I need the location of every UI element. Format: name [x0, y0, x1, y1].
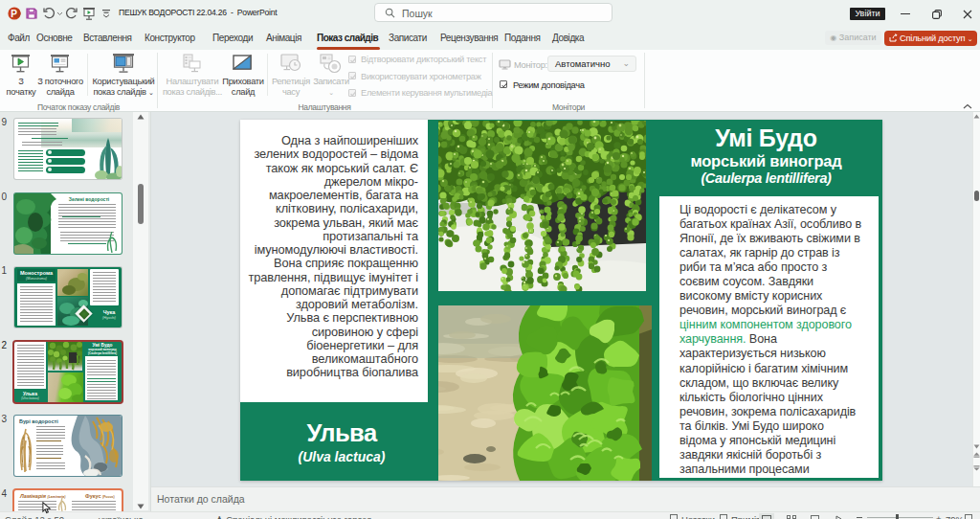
svg-text:P: P — [11, 9, 17, 19]
